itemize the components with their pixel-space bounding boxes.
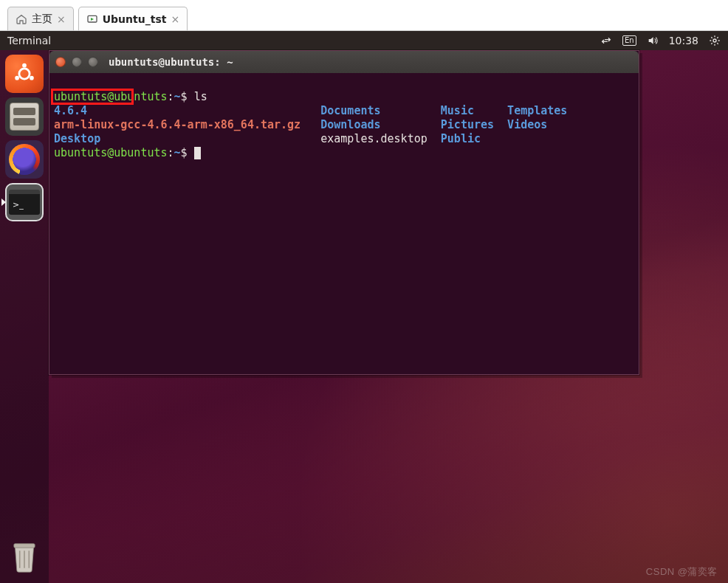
- launcher-files[interactable]: [5, 97, 44, 136]
- window-minimize-button[interactable]: [72, 57, 82, 67]
- ubuntu-desktop: Terminal En 10:38: [0, 31, 728, 583]
- host-tab-ubuntu-label: Ubuntu_tst: [103, 13, 167, 25]
- terminal-body[interactable]: ubuntuts@ubuntuts:~$ ls 4.6.4 Documents …: [49, 73, 639, 374]
- svg-point-2: [19, 69, 30, 79]
- ls-item: Templates: [507, 104, 567, 117]
- prompt-user: ubuntuts@ubuntuts: [54, 146, 168, 159]
- ls-item: Music: [441, 104, 474, 117]
- watermark: CSDN @蒲奕客: [646, 565, 718, 579]
- ls-item: Downloads: [320, 118, 380, 131]
- prompt-user: ubuntuts@ubuntuts: [54, 90, 168, 103]
- prompt-symbol: $: [181, 90, 188, 103]
- ls-item: arm-linux-gcc-4.6.4-arm-x86_64.tar.gz: [54, 118, 301, 131]
- close-icon[interactable]: ×: [57, 13, 66, 25]
- input-lang-indicator[interactable]: En: [622, 35, 636, 46]
- host-tab-home[interactable]: 主页 ×: [7, 7, 74, 30]
- prompt-path: ~: [174, 146, 181, 159]
- vm-running-icon: [86, 13, 98, 25]
- launcher-firefox[interactable]: [5, 140, 44, 179]
- svg-point-5: [30, 76, 34, 80]
- ls-item: Videos: [507, 118, 547, 131]
- host-tab-ubuntu[interactable]: Ubuntu_tst ×: [78, 7, 188, 30]
- firefox-icon: [9, 144, 40, 175]
- host-tab-home-label: 主页: [32, 13, 52, 26]
- volume-icon[interactable]: [647, 35, 659, 46]
- ls-item: Public: [441, 132, 481, 145]
- ls-item: examples.desktop: [320, 132, 427, 145]
- launcher-dash[interactable]: [5, 55, 44, 93]
- host-tabbar: 主页 × Ubuntu_tst ×: [0, 0, 728, 31]
- terminal-titlebar[interactable]: ubuntuts@ubuntuts: ~: [49, 51, 639, 73]
- terminal-icon: >_: [9, 190, 40, 215]
- launcher: >_: [0, 50, 49, 583]
- ls-item: Pictures: [441, 118, 494, 131]
- command: ls: [194, 90, 207, 103]
- launcher-terminal[interactable]: >_: [5, 183, 44, 221]
- prompt-path: ~: [174, 90, 181, 103]
- svg-point-4: [15, 76, 19, 80]
- trash-icon: [10, 540, 39, 573]
- home-icon: [16, 13, 27, 25]
- terminal-window: ubuntuts@ubuntuts: ~ ubuntuts@ubuntuts:~…: [49, 50, 639, 375]
- window-maximize-button[interactable]: [88, 57, 98, 67]
- active-app-name[interactable]: Terminal: [7, 35, 51, 46]
- ls-item: 4.6.4: [54, 104, 87, 117]
- menu-bar: Terminal En 10:38: [0, 31, 728, 50]
- terminal-title: ubuntuts@ubuntuts: ~: [109, 56, 233, 68]
- files-icon: [10, 103, 39, 131]
- launcher-trash[interactable]: [5, 537, 44, 576]
- clock[interactable]: 10:38: [669, 35, 698, 46]
- svg-point-1: [713, 39, 716, 42]
- window-close-button[interactable]: [55, 57, 66, 67]
- ubuntu-logo-icon: [12, 61, 37, 86]
- prompt-symbol: $: [181, 146, 188, 159]
- ls-item: Desktop: [54, 132, 100, 145]
- svg-rect-6: [14, 544, 35, 548]
- cursor: [194, 147, 201, 159]
- svg-point-3: [22, 63, 27, 68]
- ls-item: Documents: [320, 104, 380, 117]
- close-icon[interactable]: ×: [171, 13, 179, 25]
- gear-icon[interactable]: [709, 35, 721, 46]
- network-icon[interactable]: [600, 35, 612, 46]
